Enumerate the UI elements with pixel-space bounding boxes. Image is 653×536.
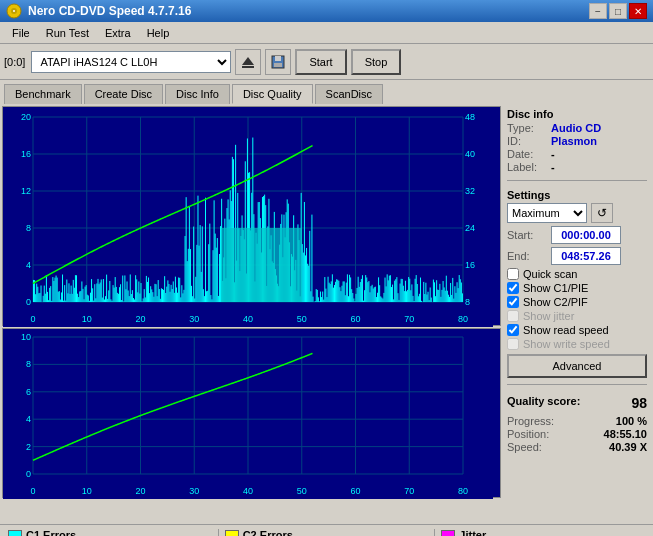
quality-score-value: 98 [631, 395, 647, 411]
date-label: Date: [507, 148, 547, 160]
menu-run-test[interactable]: Run Test [38, 25, 97, 41]
svg-marker-3 [242, 57, 254, 65]
c2-legend: C2 Errors Average: 0.00 Maximum: 0 Total… [225, 529, 429, 536]
tab-scandisc[interactable]: ScanDisc [315, 84, 383, 104]
charts-area [2, 106, 501, 522]
c2-color-box [225, 530, 239, 536]
progress-label: Progress: [507, 415, 554, 427]
jitter-title: Jitter [459, 529, 486, 536]
bottom-chart [2, 328, 501, 498]
type-label: Type: [507, 122, 547, 134]
drive-label: [0:0] [4, 56, 25, 68]
maximize-button[interactable]: □ [609, 3, 627, 19]
disc-info-section: Disc info Type: Audio CD ID: Plasmon Dat… [507, 108, 647, 174]
id-value: Plasmon [551, 135, 597, 147]
tabs-bar: Benchmark Create Disc Disc Info Disc Qua… [0, 80, 653, 104]
c1-title: C1 Errors [26, 529, 76, 536]
id-label: ID: [507, 135, 547, 147]
type-value: Audio CD [551, 122, 601, 134]
label-value: - [551, 161, 555, 173]
show-read-speed-label: Show read speed [523, 324, 609, 336]
show-read-speed-checkbox[interactable] [507, 324, 519, 336]
label-label: Label: [507, 161, 547, 173]
svg-rect-6 [275, 56, 281, 61]
quick-scan-label: Quick scan [523, 268, 577, 280]
speed-select[interactable]: Maximum Minimum 2x 4x [507, 203, 587, 223]
show-write-speed-label: Show write speed [523, 338, 610, 350]
eject-button[interactable] [235, 49, 261, 75]
svg-rect-4 [242, 66, 254, 68]
jitter-color-box [441, 530, 455, 536]
right-panel: Disc info Type: Audio CD ID: Plasmon Dat… [503, 106, 651, 522]
main-content: Disc info Type: Audio CD ID: Plasmon Dat… [0, 104, 653, 524]
quick-scan-checkbox[interactable] [507, 268, 519, 280]
svg-point-2 [13, 10, 15, 12]
position-label: Position: [507, 428, 549, 440]
c1-legend: C1 Errors Average: 1.11 Maximum: 12 Tota… [8, 529, 212, 536]
save-button[interactable] [265, 49, 291, 75]
close-button[interactable]: ✕ [629, 3, 647, 19]
quality-score-row: Quality score: 98 [507, 395, 647, 411]
show-jitter-label: Show jitter [523, 310, 574, 322]
speed-label: Speed: [507, 441, 542, 453]
app-icon [6, 3, 22, 19]
jitter-legend: Jitter Average: - Maximum: - [441, 529, 645, 536]
date-value: - [551, 148, 555, 160]
start-input[interactable] [551, 226, 621, 244]
divider2 [507, 384, 647, 385]
start-button[interactable]: Start [295, 49, 346, 75]
start-label: Start: [507, 229, 547, 241]
end-label: End: [507, 250, 547, 262]
show-c2-pif-checkbox[interactable] [507, 296, 519, 308]
position-value: 48:55.10 [604, 428, 647, 440]
quality-score-label: Quality score: [507, 395, 580, 411]
tab-disc-quality[interactable]: Disc Quality [232, 84, 313, 104]
end-input[interactable] [551, 247, 621, 265]
toolbar: [0:0] ATAPI iHAS124 C LL0H Start Stop [0, 44, 653, 80]
show-c2-pif-label: Show C2/PIF [523, 296, 588, 308]
menu-extra[interactable]: Extra [97, 25, 139, 41]
show-c1-pie-checkbox[interactable] [507, 282, 519, 294]
menu-bar: File Run Test Extra Help [0, 22, 653, 44]
refresh-button[interactable]: ↺ [591, 203, 613, 223]
legend-divider1 [218, 529, 219, 536]
top-chart [2, 106, 501, 326]
legend-area: C1 Errors Average: 1.11 Maximum: 12 Tota… [0, 524, 653, 536]
progress-value: 100 % [616, 415, 647, 427]
legend-divider2 [434, 529, 435, 536]
menu-file[interactable]: File [4, 25, 38, 41]
svg-rect-7 [274, 63, 282, 67]
drive-select[interactable]: ATAPI iHAS124 C LL0H [31, 51, 231, 73]
show-c1-pie-label: Show C1/PIE [523, 282, 588, 294]
settings-section: Settings Maximum Minimum 2x 4x ↺ Start: … [507, 189, 647, 378]
window-title: Nero CD-DVD Speed 4.7.7.16 [28, 4, 191, 18]
stop-button[interactable]: Stop [351, 49, 402, 75]
minimize-button[interactable]: − [589, 3, 607, 19]
advanced-button[interactable]: Advanced [507, 354, 647, 378]
tab-create-disc[interactable]: Create Disc [84, 84, 163, 104]
c1-color-box [8, 530, 22, 536]
settings-title: Settings [507, 189, 647, 201]
progress-section: Progress: 100 % Position: 48:55.10 Speed… [507, 415, 647, 454]
c2-title: C2 Errors [243, 529, 293, 536]
tab-benchmark[interactable]: Benchmark [4, 84, 82, 104]
menu-help[interactable]: Help [139, 25, 178, 41]
disc-info-title: Disc info [507, 108, 647, 120]
title-bar: Nero CD-DVD Speed 4.7.7.16 − □ ✕ [0, 0, 653, 22]
show-write-speed-checkbox[interactable] [507, 338, 519, 350]
divider1 [507, 180, 647, 181]
speed-value: 40.39 X [609, 441, 647, 453]
tab-disc-info[interactable]: Disc Info [165, 84, 230, 104]
show-jitter-checkbox[interactable] [507, 310, 519, 322]
